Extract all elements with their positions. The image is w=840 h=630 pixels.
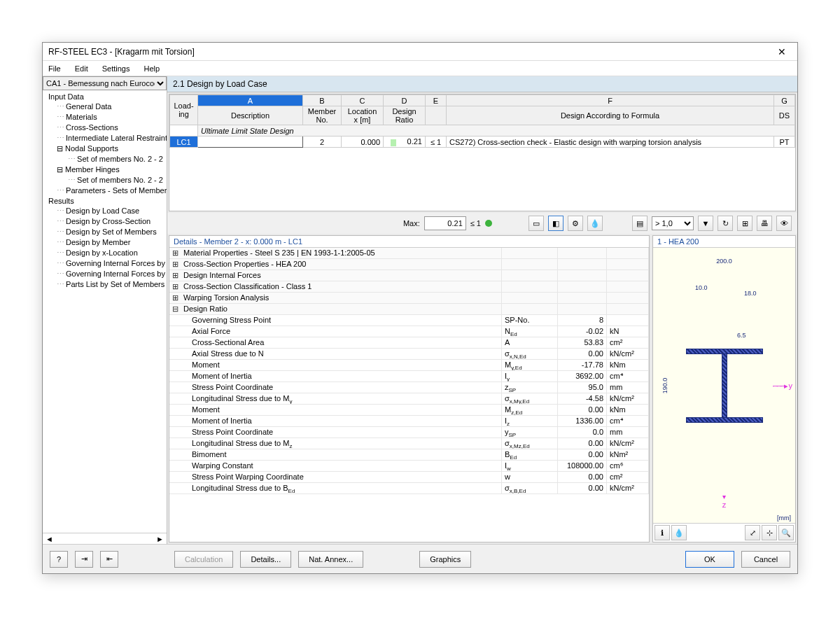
table-row[interactable]: LC1 2 0.000 0.21 ≤ 1 CS272) Cross-sectio… — [170, 136, 795, 148]
menu-file[interactable]: File — [46, 64, 64, 73]
detail-row[interactable]: Stress Point CoordinatezSP95.0mm — [169, 382, 649, 393]
dimensions-icon[interactable]: ⊹ — [762, 525, 777, 540]
sidebar: CA1 - Bemessung nach Eurococ Input Data … — [43, 76, 167, 544]
detail-row[interactable]: MomentMy,Ed-17.78kNm — [169, 360, 649, 371]
titlebar[interactable]: RF-STEEL EC3 - [Kragarm mit Torsion] ✕ — [43, 43, 797, 61]
import-icon[interactable]: ⇥ — [75, 551, 93, 568]
max-cond: ≤ 1 — [470, 219, 481, 227]
footer: ? ⇥ ⇤ Calculation Details... Nat. Annex.… — [43, 544, 797, 573]
tree-r4[interactable]: ⋯ Design by Member — [43, 237, 167, 248]
menu-edit[interactable]: Edit — [72, 64, 91, 73]
tree-parameters[interactable]: ⋯ Parameters - Sets of Members — [43, 186, 167, 196]
zoom-extents-icon[interactable]: 🔍 — [778, 525, 794, 540]
tree-r3[interactable]: ⋯ Design by Set of Members — [43, 227, 167, 237]
col-f[interactable]: F — [447, 95, 774, 106]
detail-row[interactable]: Moment of InertiaIz1336.00cm⁴ — [169, 416, 649, 427]
view-icon[interactable]: 👁 — [776, 216, 792, 231]
stress-points-icon[interactable]: 💧 — [671, 525, 687, 540]
tree-nodal-supports[interactable]: ⊟ Nodal Supports — [43, 144, 167, 154]
tree-r7[interactable]: ⋯ Governing Internal Forces by S — [43, 269, 167, 279]
graphics-button[interactable]: Graphics — [419, 551, 471, 568]
detail-row[interactable]: Axial Stress due to Nσx,N,Ed0.00kN/cm² — [169, 349, 649, 360]
max-label: Max: — [403, 219, 420, 227]
col-a[interactable]: A — [198, 95, 303, 106]
col-g[interactable]: G — [774, 95, 795, 106]
axes-icon[interactable]: ⤢ — [745, 525, 760, 540]
detail-row[interactable]: Warping ConstantIw108000.00cm⁶ — [169, 461, 649, 472]
col-d[interactable]: D — [384, 95, 426, 106]
detail-row[interactable]: Axial ForceNEd-0.02kN — [169, 326, 649, 337]
tree-results[interactable]: Results — [43, 196, 167, 206]
detail-row[interactable]: Moment of InertiaIy3692.00cm⁴ — [169, 371, 649, 382]
tree-cross-sections[interactable]: ⋯ Cross-Sections — [43, 122, 167, 133]
tree-ilr[interactable]: ⋯ Intermediate Lateral Restraints — [43, 133, 167, 144]
main-window: RF-STEEL EC3 - [Kragarm mit Torsion] ✕ F… — [42, 42, 798, 574]
ratio-filter-icon[interactable]: ▤ — [632, 216, 648, 231]
tree-input-data[interactable]: Input Data — [43, 92, 167, 102]
filter-toggle-icon[interactable]: ▼ — [698, 216, 713, 231]
details-title: Details - Member 2 - x: 0.000 m - LC1 — [169, 236, 649, 248]
sidebar-hscroll[interactable]: ◄► — [43, 533, 167, 544]
info-icon[interactable]: ℹ — [654, 525, 670, 540]
nat-annex-button[interactable]: Nat. Annex... — [298, 551, 363, 568]
export-excel-icon[interactable]: ⊞ — [737, 216, 752, 231]
results-grid[interactable]: Load-ing A B C D E F G Description Membe… — [169, 94, 796, 211]
section-panel: 1 - HEA 200 200.0 190.0 10.0 6.5 18.0 ·−… — [652, 235, 796, 542]
menu-help[interactable]: Help — [141, 64, 162, 73]
tree-r1[interactable]: ⋯ Design by Load Case — [43, 206, 167, 216]
detail-row[interactable]: Longitudinal Stress due to Myσx,My,Ed-4.… — [169, 393, 649, 405]
tree-nodal-set[interactable]: ⋯ Set of members No. 2 - 2 — [43, 154, 167, 164]
tree-general-data[interactable]: ⋯ General Data — [43, 102, 167, 112]
color-scale-icon[interactable]: ◧ — [548, 216, 564, 231]
ok-button[interactable]: OK — [685, 551, 734, 568]
menu-settings[interactable]: Settings — [99, 64, 133, 73]
max-value[interactable] — [424, 216, 466, 230]
col-b[interactable]: B — [303, 95, 342, 106]
tree-r2[interactable]: ⋯ Design by Cross-Section — [43, 216, 167, 227]
ok-indicator-icon — [485, 220, 492, 227]
tree-r5[interactable]: ⋯ Design by x-Location — [43, 248, 167, 258]
show-diagram-icon[interactable]: ⚙ — [568, 216, 583, 231]
refresh-icon[interactable]: ↻ — [718, 216, 733, 231]
ratio-threshold-select[interactable]: > 1,0 — [652, 216, 694, 230]
tree-hinges-set[interactable]: ⋯ Set of members No. 2 - 2 — [43, 175, 167, 186]
section-toolbar: ℹ 💧 ⤢ ⊹ 🔍 — [653, 523, 795, 542]
detail-row[interactable]: Cross-Sectional AreaA53.83cm² — [169, 337, 649, 349]
tree-member-hinges[interactable]: ⊟ Member Hinges — [43, 164, 167, 175]
print-icon[interactable]: 🖶 — [757, 216, 772, 231]
detail-row[interactable]: Governing Stress PointSP-No.8 — [169, 315, 649, 326]
calculation-button[interactable]: Calculation — [174, 551, 233, 568]
tree-r6[interactable]: ⋯ Governing Internal Forces by M — [43, 258, 167, 269]
nav-tree: Input Data ⋯ General Data ⋯ Materials ⋯ … — [43, 90, 167, 533]
drop-icon[interactable]: 💧 — [587, 216, 603, 231]
window-title: RF-STEEL EC3 - [Kragarm mit Torsion] — [48, 47, 772, 57]
detail-row[interactable]: Stress Point CoordinateySP0.0mm — [169, 427, 649, 438]
tree-materials[interactable]: ⋯ Materials — [43, 112, 167, 122]
menubar: File Edit Settings Help — [43, 61, 797, 76]
section-title: 1 - HEA 200 — [653, 236, 795, 248]
detail-row[interactable]: MomentMz,Ed0.00kNm — [169, 405, 649, 416]
case-combo[interactable]: CA1 - Bemessung nach Eurococ — [43, 76, 167, 90]
detail-row[interactable]: BimomentBEd0.00kNm² — [169, 449, 649, 461]
main-header: 2.1 Design by Load Case — [167, 76, 797, 92]
details-button[interactable]: Details... — [240, 551, 291, 568]
details-panel: Details - Member 2 - x: 0.000 m - LC1 ⊞M… — [169, 235, 650, 542]
detail-row[interactable]: Stress Point Warping Coordinatew0.00cm² — [169, 472, 649, 483]
section-canvas[interactable]: 200.0 190.0 10.0 6.5 18.0 ·−·−·−▸ y ▾z [… — [653, 248, 795, 523]
detail-row[interactable]: Longitudinal Stress due to Mzσx,Mz,Ed0.0… — [169, 438, 649, 449]
col-e[interactable]: E — [426, 95, 447, 106]
close-icon[interactable]: ✕ — [772, 46, 792, 57]
detail-row[interactable]: Longitudinal Stress due to BEdσx,B,Ed0.0… — [169, 483, 649, 494]
group-row: Ultimate Limit State Design — [198, 125, 795, 136]
main-area: 2.1 Design by Load Case Load-ing A B C D… — [167, 76, 797, 544]
cancel-button[interactable]: Cancel — [741, 551, 790, 568]
filter-rows-icon[interactable]: ▭ — [528, 216, 544, 231]
grid-toolbar: Max: ≤ 1 ▭ ◧ ⚙ 💧 ▤ > 1,0 ▼ ↻ ⊞ 🖶 👁 — [167, 213, 797, 234]
tree-r8[interactable]: ⋯ Parts List by Set of Members — [43, 279, 167, 290]
details-grid[interactable]: ⊞Material Properties - Steel S 235 | EN … — [169, 248, 649, 542]
col-c[interactable]: C — [342, 95, 384, 106]
help-icon[interactable]: ? — [50, 551, 68, 568]
export-icon[interactable]: ⇤ — [100, 551, 118, 568]
